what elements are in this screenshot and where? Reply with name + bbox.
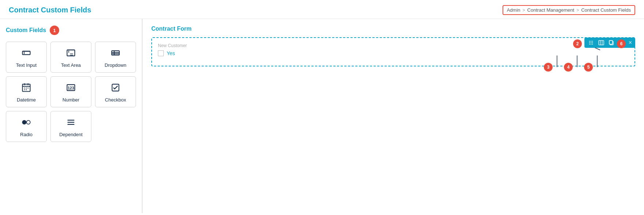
svg-point-36 (592, 42, 592, 43)
svg-point-32 (590, 41, 591, 42)
svg-rect-0 (23, 51, 30, 54)
form-checkbox-value: Yes (167, 50, 175, 56)
svg-point-37 (589, 44, 590, 45)
breadcrumb-custom-fields: Contract Custom Fields (581, 7, 631, 13)
breadcrumb-sep-2: > (576, 8, 579, 13)
svg-point-38 (590, 44, 591, 45)
svg-line-46 (622, 41, 624, 42)
svg-point-33 (592, 41, 592, 42)
panel-title: Custom Fields (6, 27, 46, 34)
field-datetime-label: Datetime (17, 97, 36, 103)
breadcrumb-admin: Admin (507, 7, 520, 13)
svg-point-31 (589, 41, 590, 42)
right-panel: Contract Form New Customer Yes (143, 19, 644, 213)
toolbar-move-btn[interactable] (587, 39, 595, 46)
text-input-icon (21, 48, 31, 59)
svg-point-26 (22, 120, 26, 124)
field-radio[interactable]: Radio (6, 111, 47, 142)
svg-rect-44 (609, 41, 613, 44)
form-field-label: New Customer (158, 43, 629, 48)
field-number-label: Number (62, 97, 79, 103)
text-area-icon (66, 48, 76, 59)
dependent-icon (66, 117, 76, 129)
field-datetime[interactable]: Datetime (6, 76, 47, 107)
radio-icon (21, 117, 31, 129)
field-dependent-label: Dependent (59, 132, 83, 137)
svg-point-27 (26, 120, 30, 124)
fields-grid: Text Input Text Area (6, 42, 136, 142)
field-text-area-label: Text Area (61, 62, 81, 68)
dropdown-icon (110, 48, 121, 59)
field-number[interactable]: 123 Number (50, 76, 91, 107)
svg-text:123: 123 (68, 86, 74, 90)
breadcrumb-contract-mgmt: Contract Management (527, 7, 575, 13)
top-bar: Contract Custom Fields Admin > Contract … (0, 0, 644, 19)
main-content: Custom Fields 1 Text Input (0, 19, 644, 213)
form-canvas: New Customer Yes (151, 37, 635, 66)
field-checkbox-label: Checkbox (105, 97, 126, 103)
toolbar-edit-btn[interactable] (617, 39, 626, 46)
field-dropdown[interactable]: Dropdown (95, 42, 136, 73)
svg-point-39 (592, 44, 592, 45)
field-text-area[interactable]: Text Area (50, 42, 91, 73)
svg-rect-10 (112, 51, 120, 55)
datetime-icon (21, 82, 31, 94)
checkbox-icon (110, 82, 121, 94)
field-radio-label: Radio (20, 132, 33, 137)
breadcrumb-sep-1: > (523, 8, 525, 13)
left-panel: Custom Fields 1 Text Input (0, 19, 143, 213)
page-title: Contract Custom Fields (9, 6, 91, 14)
field-text-input[interactable]: Text Input (6, 42, 47, 73)
number-icon: 123 (66, 82, 76, 94)
form-checkbox[interactable] (158, 50, 164, 56)
toolbar-columns-btn[interactable] (597, 39, 606, 46)
svg-point-34 (589, 42, 590, 43)
field-toolbar: × (584, 38, 635, 48)
breadcrumb: Admin > Contract Management > Contract C… (503, 5, 635, 15)
toolbar-delete-btn[interactable]: × (628, 39, 633, 46)
svg-point-35 (590, 42, 591, 43)
form-checkbox-row: Yes (158, 50, 629, 56)
svg-rect-40 (599, 41, 604, 45)
field-text-input-label: Text Input (16, 62, 37, 68)
field-dropdown-label: Dropdown (105, 62, 126, 68)
panel-header: Custom Fields 1 (6, 26, 136, 35)
field-checkbox[interactable]: Checkbox (95, 76, 136, 107)
form-section-title: Contract Form (151, 26, 635, 32)
field-dependent[interactable]: Dependent (50, 111, 91, 142)
toolbar-copy-btn[interactable] (607, 39, 616, 46)
panel-badge: 1 (50, 26, 59, 35)
